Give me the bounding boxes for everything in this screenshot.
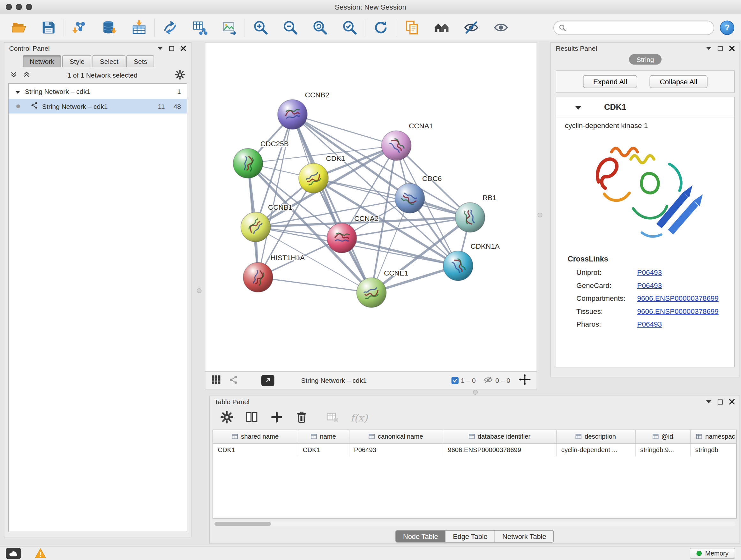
panel-float-icon[interactable] bbox=[718, 46, 723, 51]
column-header-shared-name[interactable]: shared name bbox=[213, 430, 298, 443]
open-session-copy-button[interactable] bbox=[403, 18, 421, 37]
column-header-namespace[interactable]: namespac bbox=[690, 430, 737, 443]
export-image-button[interactable] bbox=[220, 18, 239, 37]
network-collection-button[interactable] bbox=[161, 18, 179, 37]
network-node-cdc25b[interactable] bbox=[233, 148, 263, 178]
import-table-file-button[interactable] bbox=[130, 18, 148, 37]
memory-button[interactable]: Memory bbox=[690, 548, 735, 559]
network-options-gear-icon[interactable] bbox=[175, 69, 185, 81]
panel-close-icon[interactable] bbox=[181, 46, 186, 51]
expand-all-networks-icon[interactable] bbox=[23, 71, 30, 79]
tab-select[interactable]: Select bbox=[92, 55, 125, 67]
network-node-ccne1[interactable] bbox=[357, 278, 387, 307]
crosslink-row: Compartments: 9606.ENSP00000378699 bbox=[576, 294, 734, 302]
warnings-button[interactable] bbox=[35, 548, 47, 560]
search-icon bbox=[559, 23, 566, 31]
network-node-hist1h1a[interactable] bbox=[243, 262, 273, 292]
selected-checkbox-icon[interactable] bbox=[451, 377, 459, 384]
collapse-all-networks-icon[interactable] bbox=[10, 71, 17, 79]
show-columns-icon[interactable] bbox=[245, 411, 259, 426]
pan-crosshair-icon[interactable] bbox=[519, 374, 531, 387]
zoom-in-button[interactable] bbox=[252, 18, 270, 37]
tab-edge-table[interactable]: Edge Table bbox=[445, 531, 495, 542]
add-column-plus-icon[interactable] bbox=[270, 411, 283, 426]
crosslink-pharos-link[interactable]: P06493 bbox=[637, 320, 662, 328]
collection-expand-icon[interactable] bbox=[15, 87, 20, 95]
network-canvas[interactable]: CCNB2CCNA1CDC25BCDK1CDC6RB1CCNB1CCNA2CDK… bbox=[205, 42, 537, 371]
tab-sets[interactable]: Sets bbox=[127, 55, 154, 67]
column-header-name[interactable]: name bbox=[298, 430, 349, 443]
expand-all-button[interactable]: Expand All bbox=[583, 75, 637, 88]
panel-menu-icon[interactable] bbox=[158, 47, 163, 50]
panel-menu-icon[interactable] bbox=[706, 400, 712, 403]
hidden-eye-slash-icon[interactable] bbox=[483, 375, 493, 386]
column-header-canonical-name[interactable]: canonical name bbox=[349, 430, 443, 443]
table-horizontal-scrollbar[interactable] bbox=[213, 522, 736, 526]
network-from-table-button[interactable] bbox=[191, 18, 209, 37]
refresh-button[interactable] bbox=[372, 18, 390, 37]
column-header-description[interactable]: description bbox=[556, 430, 635, 443]
network-edge[interactable] bbox=[293, 115, 372, 293]
network-node-cdc6[interactable] bbox=[395, 184, 425, 213]
network-node-ccna1[interactable] bbox=[382, 131, 411, 161]
network-node-cdkn1a[interactable] bbox=[443, 251, 473, 281]
panel-close-icon[interactable] bbox=[729, 46, 735, 51]
panel-menu-icon[interactable] bbox=[706, 47, 712, 50]
collapse-all-button[interactable]: Collapse All bbox=[650, 75, 708, 88]
column-header-id[interactable]: @id bbox=[635, 430, 690, 443]
network-node-rb1[interactable] bbox=[455, 203, 485, 233]
column-header-database-identifier[interactable]: database identifier bbox=[443, 430, 556, 443]
scrollbar-thumb[interactable] bbox=[214, 522, 271, 526]
bottom-splitter-handle[interactable] bbox=[473, 390, 478, 395]
right-splitter-handle[interactable] bbox=[538, 212, 542, 217]
panel-close-icon[interactable] bbox=[729, 399, 735, 405]
table-settings-gear-icon[interactable] bbox=[220, 411, 233, 426]
crosslink-compartments-link[interactable]: 9606.ENSP00000378699 bbox=[637, 294, 719, 302]
zoom-selected-button[interactable] bbox=[340, 18, 359, 37]
network-collection-row[interactable]: String Network – cdk1 1 bbox=[9, 84, 187, 99]
network-graph[interactable]: CCNB2CCNA1CDC25BCDK1CDC6RB1CCNB1CCNA2CDK… bbox=[205, 43, 538, 372]
zoom-fit-button[interactable] bbox=[311, 18, 329, 37]
cloud-services-button[interactable] bbox=[6, 548, 21, 559]
help-button[interactable]: ? bbox=[720, 20, 734, 35]
grid-view-icon[interactable] bbox=[211, 374, 221, 386]
detach-view-button[interactable] bbox=[261, 375, 274, 386]
tab-network[interactable]: Network bbox=[23, 55, 62, 67]
network-node-ccnb1[interactable] bbox=[241, 212, 271, 242]
column-icon bbox=[696, 434, 703, 440]
show-all-button[interactable] bbox=[492, 18, 510, 37]
birdseye-view-icon[interactable] bbox=[229, 375, 239, 386]
save-session-button[interactable] bbox=[39, 18, 57, 37]
protein-card-header[interactable]: CDK1 bbox=[556, 98, 734, 118]
tab-string-results[interactable]: String bbox=[629, 54, 662, 65]
home-button[interactable] bbox=[432, 18, 451, 37]
zoom-out-button[interactable] bbox=[281, 18, 299, 37]
import-network-file-button[interactable] bbox=[71, 18, 89, 37]
tab-network-table[interactable]: Network Table bbox=[495, 531, 553, 542]
cell-id: stringdb:9... bbox=[635, 443, 690, 456]
open-session-button[interactable] bbox=[10, 18, 28, 37]
panel-float-icon[interactable] bbox=[718, 399, 723, 405]
search-input[interactable] bbox=[569, 23, 709, 31]
panel-float-icon[interactable] bbox=[169, 46, 175, 51]
tab-style[interactable]: Style bbox=[63, 55, 92, 67]
collapse-section-icon[interactable] bbox=[576, 103, 581, 111]
tab-node-table[interactable]: Node Table bbox=[396, 531, 445, 542]
left-splitter-handle[interactable] bbox=[197, 288, 202, 293]
protein-description: cyclin-dependent kinase 1 bbox=[565, 121, 734, 130]
network-row[interactable]: String Network – cdk1 11 48 bbox=[9, 99, 187, 114]
delete-column-trash-icon[interactable] bbox=[295, 411, 308, 426]
crosslink-uniprot-link[interactable]: P06493 bbox=[637, 268, 662, 276]
network-edge[interactable] bbox=[258, 115, 293, 277]
network-edge[interactable] bbox=[258, 277, 372, 293]
crosslink-genecard-link[interactable]: P06493 bbox=[637, 281, 662, 290]
search-box[interactable] bbox=[553, 20, 714, 35]
crosslink-tissues-link[interactable]: 9606.ENSP00000378699 bbox=[637, 307, 719, 315]
network-node-ccnb2[interactable] bbox=[278, 100, 307, 129]
import-network-database-button[interactable] bbox=[100, 18, 118, 37]
network-edge[interactable] bbox=[293, 115, 397, 146]
table-row[interactable]: CDK1 CDK1 P06493 9606.ENSP00000378699 cy… bbox=[213, 443, 737, 456]
hide-selected-button[interactable] bbox=[462, 18, 480, 37]
network-node-ccna2[interactable] bbox=[327, 223, 357, 253]
network-node-cdk1[interactable] bbox=[299, 164, 328, 193]
